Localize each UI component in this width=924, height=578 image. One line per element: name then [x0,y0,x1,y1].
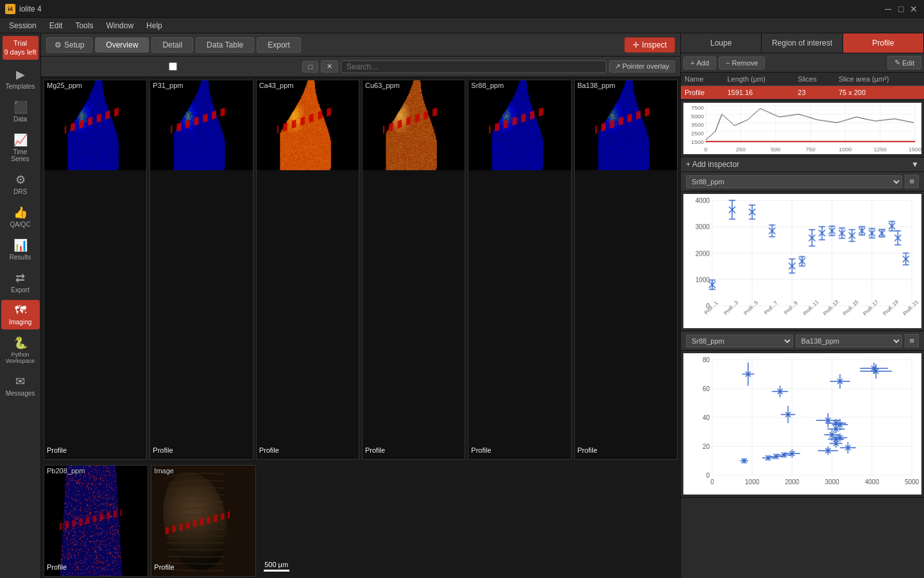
sidebar-item-qaqc[interactable]: 👍 QA/QC [1,202,40,232]
inspector-2-x-select[interactable]: Sr88_ppm [686,335,793,347]
image-cell-label: Mg25_ppm [47,82,82,89]
data-icon: ⬛ [13,100,28,114]
scatter1-canvas [683,194,921,328]
image-cell-profile: Profile [578,446,597,454]
profile-actions: + Add − Remove ✎ Edit [681,53,924,73]
pb-profile-label: Profile [47,563,67,571]
inspector-section-1: Sr88_ppm ≡ [681,172,924,331]
sidebar-item-export[interactable]: ⇄ Export [1,267,40,297]
image-toolbar: □ ✕ ↗ Pointer overlay [41,57,680,77]
profile-table: Name Length (μm) Slices Slice area (μm²)… [681,73,924,100]
close-all-button[interactable]: ✕ [321,60,338,73]
select-all-checkbox[interactable] [46,62,300,71]
mini-chart-canvas [683,103,921,154]
image-cell-Mg25_ppm[interactable]: Mg25_ppmProfile [44,80,147,460]
expand-icon: ▼ [911,160,919,169]
trial-days: 9 days left [4,48,37,57]
app-icon: i4 [5,4,15,14]
inspector-1-chart [681,191,924,331]
image-label: Image [154,467,174,475]
sidebar-item-drs[interactable]: ⚙ DRS [1,169,40,199]
timeseries-icon: 📈 [13,133,28,147]
image-cell-label: Sr88_ppm [471,82,504,89]
cell-length: 1591.16 [723,86,794,100]
col-slices: Slices [794,73,835,86]
sidebar-item-messages[interactable]: ✉ Messages [1,371,40,401]
right-panel: Loupe Region of interest Profile + Add −… [680,33,924,578]
image-cell-label: Cu63_ppm [365,82,400,89]
sidebar-label-templates: Templates [6,83,35,90]
sidebar-item-templates[interactable]: ▶ Templates [1,64,40,94]
add-button[interactable]: + Add [683,57,716,69]
tab-loupe[interactable]: Loupe [681,33,762,53]
image-cell-P31_ppm[interactable]: P31_ppmProfile [150,80,253,460]
sidebar-item-results[interactable]: 📊 Results [1,234,40,265]
titlebar: i4 iolite 4 ─ □ ✕ [0,0,924,18]
search-input[interactable] [341,60,606,73]
qaqc-icon: 👍 [13,206,28,220]
menu-session[interactable]: Session [3,20,43,31]
inspector-2-y-select[interactable]: Ba138_ppm [796,335,903,347]
tab-profile[interactable]: Profile [843,33,924,53]
tab-roi[interactable]: Region of interest [762,33,843,53]
sidebar-label-drs: DRS [13,188,27,195]
sidebar-label-python: Python Workspace [4,351,37,364]
image-cell-profile: Profile [471,446,491,454]
inspect-button[interactable]: ✛ Inspect [624,37,675,53]
tab-overview[interactable]: Overview [95,37,149,53]
image-cell-label: P31_ppm [153,82,183,89]
menubar: Session Edit Tools Window Help [0,18,924,33]
inspector-1-menu-button[interactable]: ≡ [905,175,919,188]
image-cell-profile: Profile [47,446,67,454]
main-toolbar: ⚙ Setup Overview Detail Data Table Expor… [41,33,680,57]
col-length: Length (μm) [723,73,794,86]
setup-button[interactable]: ⚙ Setup [46,37,92,53]
messages-icon: ✉ [15,374,25,389]
close-button[interactable]: ✕ [909,4,919,14]
minimize-button[interactable]: ─ [883,4,893,14]
profile-section: + Add − Remove ✎ Edit Name Length (μm) [681,53,924,100]
table-row[interactable]: Profile 1591.16 23 75 x 200 [681,86,924,100]
image-cell-canvas [363,80,465,170]
menu-help[interactable]: Help [140,20,169,31]
sidebar-item-imaging[interactable]: 🗺 Imaging [1,300,40,329]
edit-icon: ✎ [894,58,900,67]
inspector-2-menu-button[interactable]: ≡ [905,334,919,347]
main-layout: Trial 9 days left ▶ Templates ⬛ Data 📈 T… [0,33,924,578]
pointer-overlay-button[interactable]: ↗ Pointer overlay [609,60,675,73]
cell-slice-area: 75 x 200 [835,86,924,100]
menu-edit[interactable]: Edit [43,20,69,31]
window-controls: ─ □ ✕ [883,4,919,14]
scatter2-canvas [683,353,921,494]
python-icon: 🐍 [13,336,28,350]
image-cell-Sr88_ppm[interactable]: Sr88_ppmProfile [468,80,571,460]
sidebar-item-python[interactable]: 🐍 Python Workspace [1,332,40,368]
image-cell-canvas [150,80,252,170]
sidebar-item-timeseries[interactable]: 📈 Time Series [1,129,40,166]
image-cell-canvas [257,80,359,170]
menu-window[interactable]: Window [99,20,140,31]
menu-tools[interactable]: Tools [69,20,99,31]
inspector-1-channel-select[interactable]: Sr88_ppm [686,175,902,188]
sidebar-label-timeseries: Time Series [4,148,37,162]
expand-button[interactable]: □ [302,61,318,73]
image-cell-Ca43_ppm[interactable]: Ca43_ppmProfile [256,80,359,460]
remove-button[interactable]: − Remove [719,57,765,69]
sidebar-label-messages: Messages [6,390,35,397]
image-cell-canvas [468,80,570,170]
tab-detail[interactable]: Detail [151,37,193,53]
image-cell-Cu63_ppm[interactable]: Cu63_ppmProfile [362,80,465,460]
setup-label: Setup [64,40,84,49]
add-inspector-button[interactable]: + Add inspector ▼ [681,157,924,172]
image-profile-label: Profile [154,563,174,571]
inspector-1-header: Sr88_ppm ≡ [681,172,924,191]
maximize-button[interactable]: □ [896,4,906,14]
sidebar-item-data[interactable]: ⬛ Data [1,96,40,127]
sidebar-label-data: Data [13,116,27,123]
content-area: ⚙ Setup Overview Detail Data Table Expor… [41,33,680,578]
tab-export[interactable]: Export [257,37,301,53]
sidebar-label-imaging: Imaging [9,319,32,326]
image-cell-Ba138_ppm[interactable]: Ba138_ppmProfile [574,80,678,460]
edit-button[interactable]: ✎ Edit [887,56,921,69]
tab-datatable[interactable]: Data Table [196,37,254,53]
